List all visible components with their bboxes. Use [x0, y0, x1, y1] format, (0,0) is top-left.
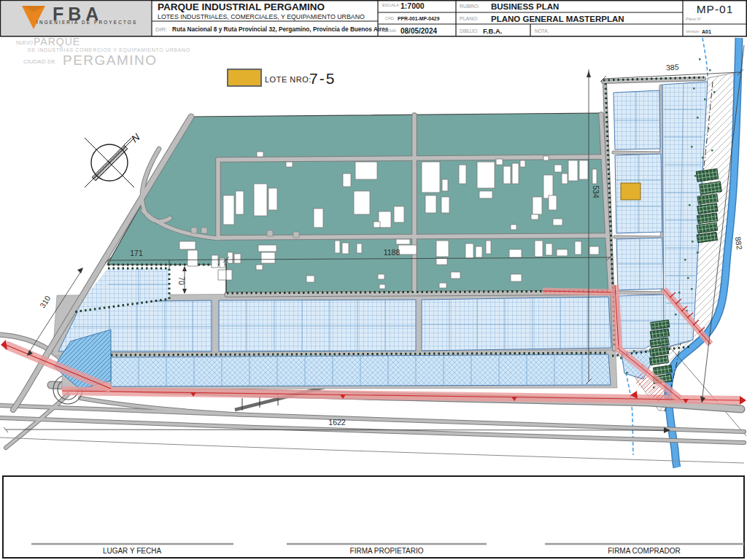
- svg-text:1188: 1188: [384, 248, 400, 257]
- sheet-title: PARQUE INDUSTRIAL PERGAMINO: [158, 1, 325, 12]
- signature-label-lugar: LUGAR Y FECHA: [103, 547, 162, 555]
- dir-value: Ruta Nacional 8 y Ruta Provincial 32, Pe…: [172, 26, 389, 33]
- signature-label-comprador: FIRMA COMPRADOR: [608, 547, 680, 555]
- plano-n-label: Plano N°: [686, 17, 702, 21]
- svg-text:171: 171: [130, 249, 143, 257]
- svg-text:1622: 1622: [328, 418, 346, 427]
- rubro-label: RUBRO:: [460, 4, 479, 9]
- svg-text:PARQUE: PARQUE: [34, 36, 80, 47]
- svg-text:NUEVO: NUEVO: [16, 40, 33, 45]
- highlight-lot-7-5: [621, 183, 640, 200]
- thin-road-line: [0, 438, 744, 463]
- svg-text:385: 385: [666, 63, 679, 72]
- sheet-subtitle: LOTES INDUSTRIALES, COMERCIALES, Y EQUIP…: [158, 13, 365, 20]
- version-label: Version: [686, 29, 699, 34]
- fecha-label: FECHA:: [382, 28, 398, 33]
- svg-text:N: N: [129, 131, 143, 144]
- escala-label: ESCALA:: [382, 3, 400, 7]
- rubro-value: BUSINESS PLAN: [491, 2, 559, 11]
- north-arrow-icon: N: [85, 131, 142, 187]
- lot-strip-row-2: [111, 354, 611, 386]
- masterplan-sheet: 385 534 882 171 1188 70 310: [0, 0, 747, 560]
- plano-value: PLANO GENERAL MASTERPLAN: [491, 15, 624, 23]
- cad-label: CAD:: [385, 16, 395, 20]
- sheet-code: MP-01: [697, 3, 734, 15]
- legend-label: LOTE NRO:: [265, 75, 311, 84]
- legend-swatch: [228, 69, 261, 86]
- stream-dashed-upper: [703, 38, 708, 79]
- dir-label: DIR:: [155, 26, 167, 33]
- dimension-70: 70: [177, 266, 187, 294]
- svg-text:534: 534: [592, 185, 600, 198]
- legend: LOTE NRO: 7-5: [228, 69, 336, 87]
- logo-tagline: INGENIERIA DE PROYECTOS: [36, 20, 137, 25]
- svg-text:PERGAMINO: PERGAMINO: [63, 52, 158, 68]
- version-value: A01: [702, 29, 711, 34]
- site-plan: 385 534 882 171 1188 70 310: [0, 36, 746, 467]
- plano-label: PLANO:: [460, 16, 479, 21]
- legend-value: 7-5: [309, 70, 336, 87]
- signature-label-propietario: FIRMA PROPIETARIO: [350, 547, 424, 555]
- project-watermark: NUEVO PARQUE DE INDUSTRIAS COMERCIOS Y E…: [16, 36, 190, 68]
- dibujo-label: DIBUJO:: [460, 28, 479, 34]
- dibujo-value: F.B.A.: [483, 27, 502, 35]
- fecha-value: 08/05/2024: [400, 27, 437, 35]
- svg-text:70: 70: [177, 276, 186, 285]
- svg-text:CIUDAD DE: CIUDAD DE: [23, 58, 55, 65]
- escala-value: 1:7000: [400, 1, 425, 10]
- lot-blocks-row-1: [58, 297, 611, 351]
- svg-text:310: 310: [38, 294, 53, 309]
- nota-label: NOTA:: [535, 28, 549, 34]
- plan-canvas: 385 534 882 171 1188 70 310: [0, 0, 747, 560]
- cad-value: PPR-001-MP-0429: [398, 16, 440, 21]
- svg-text:882: 882: [734, 236, 744, 250]
- signature-footer: LUGAR Y FECHA FIRMA PROPIETARIO FIRMA CO…: [3, 476, 744, 558]
- title-block: FBA INGENIERIA DE PROYECTOS PARQUE INDUS…: [1, 0, 747, 36]
